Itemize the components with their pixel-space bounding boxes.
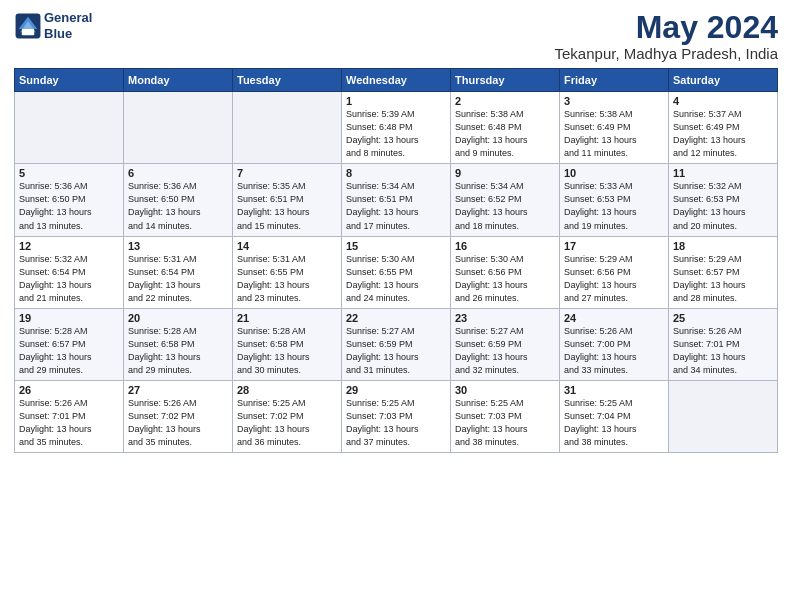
day-cell: 23Sunrise: 5:27 AMSunset: 6:59 PMDayligh… <box>451 308 560 380</box>
header-row: SundayMondayTuesdayWednesdayThursdayFrid… <box>15 69 778 92</box>
header: General Blue May 2024 Tekanpur, Madhya P… <box>14 10 778 62</box>
col-header-friday: Friday <box>560 69 669 92</box>
day-number: 26 <box>19 384 119 396</box>
day-cell: 17Sunrise: 5:29 AMSunset: 6:56 PMDayligh… <box>560 236 669 308</box>
day-cell: 26Sunrise: 5:26 AMSunset: 7:01 PMDayligh… <box>15 380 124 452</box>
day-detail: Sunrise: 5:30 AMSunset: 6:55 PMDaylight:… <box>346 253 446 305</box>
day-detail: Sunrise: 5:26 AMSunset: 7:01 PMDaylight:… <box>673 325 773 377</box>
day-number: 11 <box>673 167 773 179</box>
day-cell: 16Sunrise: 5:30 AMSunset: 6:56 PMDayligh… <box>451 236 560 308</box>
col-header-tuesday: Tuesday <box>233 69 342 92</box>
day-number: 21 <box>237 312 337 324</box>
day-detail: Sunrise: 5:30 AMSunset: 6:56 PMDaylight:… <box>455 253 555 305</box>
day-cell: 13Sunrise: 5:31 AMSunset: 6:54 PMDayligh… <box>124 236 233 308</box>
week-row-1: 1Sunrise: 5:39 AMSunset: 6:48 PMDaylight… <box>15 92 778 164</box>
day-number: 22 <box>346 312 446 324</box>
day-cell: 30Sunrise: 5:25 AMSunset: 7:03 PMDayligh… <box>451 380 560 452</box>
logo-text: General Blue <box>44 10 92 41</box>
day-number: 17 <box>564 240 664 252</box>
day-number: 23 <box>455 312 555 324</box>
day-number: 3 <box>564 95 664 107</box>
day-detail: Sunrise: 5:34 AMSunset: 6:51 PMDaylight:… <box>346 180 446 232</box>
calendar-table: SundayMondayTuesdayWednesdayThursdayFrid… <box>14 68 778 453</box>
day-cell: 12Sunrise: 5:32 AMSunset: 6:54 PMDayligh… <box>15 236 124 308</box>
day-cell: 5Sunrise: 5:36 AMSunset: 6:50 PMDaylight… <box>15 164 124 236</box>
col-header-monday: Monday <box>124 69 233 92</box>
day-number: 30 <box>455 384 555 396</box>
day-number: 10 <box>564 167 664 179</box>
day-cell <box>124 92 233 164</box>
day-detail: Sunrise: 5:37 AMSunset: 6:49 PMDaylight:… <box>673 108 773 160</box>
logo: General Blue <box>14 10 92 41</box>
day-detail: Sunrise: 5:32 AMSunset: 6:54 PMDaylight:… <box>19 253 119 305</box>
day-detail: Sunrise: 5:25 AMSunset: 7:03 PMDaylight:… <box>455 397 555 449</box>
day-number: 24 <box>564 312 664 324</box>
day-cell: 25Sunrise: 5:26 AMSunset: 7:01 PMDayligh… <box>669 308 778 380</box>
day-detail: Sunrise: 5:35 AMSunset: 6:51 PMDaylight:… <box>237 180 337 232</box>
week-row-4: 19Sunrise: 5:28 AMSunset: 6:57 PMDayligh… <box>15 308 778 380</box>
day-number: 6 <box>128 167 228 179</box>
day-cell: 9Sunrise: 5:34 AMSunset: 6:52 PMDaylight… <box>451 164 560 236</box>
day-cell: 22Sunrise: 5:27 AMSunset: 6:59 PMDayligh… <box>342 308 451 380</box>
day-detail: Sunrise: 5:31 AMSunset: 6:55 PMDaylight:… <box>237 253 337 305</box>
day-cell: 1Sunrise: 5:39 AMSunset: 6:48 PMDaylight… <box>342 92 451 164</box>
day-cell: 24Sunrise: 5:26 AMSunset: 7:00 PMDayligh… <box>560 308 669 380</box>
day-number: 13 <box>128 240 228 252</box>
col-header-thursday: Thursday <box>451 69 560 92</box>
day-number: 28 <box>237 384 337 396</box>
day-number: 15 <box>346 240 446 252</box>
day-detail: Sunrise: 5:32 AMSunset: 6:53 PMDaylight:… <box>673 180 773 232</box>
svg-rect-3 <box>22 29 34 35</box>
day-number: 9 <box>455 167 555 179</box>
day-cell: 18Sunrise: 5:29 AMSunset: 6:57 PMDayligh… <box>669 236 778 308</box>
day-number: 1 <box>346 95 446 107</box>
day-cell: 7Sunrise: 5:35 AMSunset: 6:51 PMDaylight… <box>233 164 342 236</box>
logo-icon <box>14 12 42 40</box>
day-cell: 6Sunrise: 5:36 AMSunset: 6:50 PMDaylight… <box>124 164 233 236</box>
day-number: 25 <box>673 312 773 324</box>
day-number: 29 <box>346 384 446 396</box>
page: General Blue May 2024 Tekanpur, Madhya P… <box>0 0 792 612</box>
day-cell: 31Sunrise: 5:25 AMSunset: 7:04 PMDayligh… <box>560 380 669 452</box>
day-cell: 11Sunrise: 5:32 AMSunset: 6:53 PMDayligh… <box>669 164 778 236</box>
day-number: 16 <box>455 240 555 252</box>
day-detail: Sunrise: 5:29 AMSunset: 6:57 PMDaylight:… <box>673 253 773 305</box>
day-detail: Sunrise: 5:38 AMSunset: 6:48 PMDaylight:… <box>455 108 555 160</box>
day-detail: Sunrise: 5:31 AMSunset: 6:54 PMDaylight:… <box>128 253 228 305</box>
day-detail: Sunrise: 5:28 AMSunset: 6:58 PMDaylight:… <box>128 325 228 377</box>
day-detail: Sunrise: 5:27 AMSunset: 6:59 PMDaylight:… <box>455 325 555 377</box>
day-detail: Sunrise: 5:38 AMSunset: 6:49 PMDaylight:… <box>564 108 664 160</box>
day-number: 27 <box>128 384 228 396</box>
subtitle: Tekanpur, Madhya Pradesh, India <box>555 45 778 62</box>
day-number: 14 <box>237 240 337 252</box>
day-cell: 29Sunrise: 5:25 AMSunset: 7:03 PMDayligh… <box>342 380 451 452</box>
day-cell: 19Sunrise: 5:28 AMSunset: 6:57 PMDayligh… <box>15 308 124 380</box>
day-cell: 2Sunrise: 5:38 AMSunset: 6:48 PMDaylight… <box>451 92 560 164</box>
day-cell: 20Sunrise: 5:28 AMSunset: 6:58 PMDayligh… <box>124 308 233 380</box>
day-number: 7 <box>237 167 337 179</box>
day-number: 5 <box>19 167 119 179</box>
day-detail: Sunrise: 5:26 AMSunset: 7:01 PMDaylight:… <box>19 397 119 449</box>
day-detail: Sunrise: 5:36 AMSunset: 6:50 PMDaylight:… <box>19 180 119 232</box>
week-row-3: 12Sunrise: 5:32 AMSunset: 6:54 PMDayligh… <box>15 236 778 308</box>
day-detail: Sunrise: 5:34 AMSunset: 6:52 PMDaylight:… <box>455 180 555 232</box>
day-cell: 8Sunrise: 5:34 AMSunset: 6:51 PMDaylight… <box>342 164 451 236</box>
day-cell <box>15 92 124 164</box>
day-cell: 3Sunrise: 5:38 AMSunset: 6:49 PMDaylight… <box>560 92 669 164</box>
day-detail: Sunrise: 5:27 AMSunset: 6:59 PMDaylight:… <box>346 325 446 377</box>
day-detail: Sunrise: 5:25 AMSunset: 7:02 PMDaylight:… <box>237 397 337 449</box>
day-detail: Sunrise: 5:29 AMSunset: 6:56 PMDaylight:… <box>564 253 664 305</box>
day-cell: 14Sunrise: 5:31 AMSunset: 6:55 PMDayligh… <box>233 236 342 308</box>
day-cell: 28Sunrise: 5:25 AMSunset: 7:02 PMDayligh… <box>233 380 342 452</box>
day-cell <box>233 92 342 164</box>
main-title: May 2024 <box>555 10 778 45</box>
day-number: 8 <box>346 167 446 179</box>
day-number: 31 <box>564 384 664 396</box>
col-header-sunday: Sunday <box>15 69 124 92</box>
day-detail: Sunrise: 5:25 AMSunset: 7:03 PMDaylight:… <box>346 397 446 449</box>
day-detail: Sunrise: 5:36 AMSunset: 6:50 PMDaylight:… <box>128 180 228 232</box>
day-detail: Sunrise: 5:26 AMSunset: 7:00 PMDaylight:… <box>564 325 664 377</box>
day-cell: 10Sunrise: 5:33 AMSunset: 6:53 PMDayligh… <box>560 164 669 236</box>
day-detail: Sunrise: 5:28 AMSunset: 6:58 PMDaylight:… <box>237 325 337 377</box>
week-row-2: 5Sunrise: 5:36 AMSunset: 6:50 PMDaylight… <box>15 164 778 236</box>
